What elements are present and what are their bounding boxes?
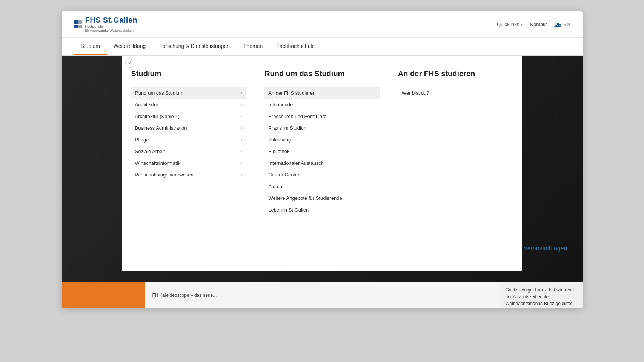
menu-item-wirtschaftsinformatik[interactable]: Wirtschaftsinformatik › xyxy=(131,157,246,169)
logo-sq-3 xyxy=(74,25,78,28)
bottom-mid-block: FH Kaleideoscope – das neue... xyxy=(145,282,500,308)
quicklinks-chevron: ▾ xyxy=(521,22,523,26)
logo-sq-2 xyxy=(78,20,82,24)
menu-item-career-center[interactable]: Career Center › xyxy=(264,169,380,181)
dropdown-col-2: Rund um das Studium An der FHS studieren… xyxy=(255,56,389,271)
menu-item-leben-stgallen[interactable]: Leben in St.Gallen xyxy=(264,204,380,216)
quicklinks-button[interactable]: Quicklinks ▾ xyxy=(497,21,523,27)
top-bar: FHS St.Gallen Hochschule für Angewandte … xyxy=(62,11,583,38)
nav-bar: Studium Weiterbildung Forschung & Dienst… xyxy=(62,38,583,56)
logo-sq-4 xyxy=(78,25,82,28)
menu-item-an-der-fhs[interactable]: An der FHS studieren › xyxy=(264,87,380,99)
menu-item-zulassung[interactable]: Zulassung xyxy=(264,134,380,146)
logo-squares xyxy=(74,20,82,28)
kontakt-link[interactable]: Kontakt xyxy=(530,21,547,27)
menu-item-architektur-kopie[interactable]: Architektur (Kopie 1) › xyxy=(131,110,246,122)
arrow-icon-5: › xyxy=(241,149,243,153)
lang-de-button[interactable]: DE xyxy=(554,21,561,27)
logo-sq-1 xyxy=(74,20,78,24)
nav-item-studium[interactable]: Studium xyxy=(74,38,107,55)
menu-item-bibliothek[interactable]: Bibliothek xyxy=(264,146,380,157)
menu-item-architektur[interactable]: Architektur › xyxy=(131,99,246,110)
arrow-icon-0: › xyxy=(241,90,243,95)
arrow-icon-c2-6: › xyxy=(374,161,376,165)
bottom-mid-text: FH Kaleideoscope – das neue... xyxy=(152,292,217,299)
logo-text: FHS St.Gallen Hochschule für Angewandte … xyxy=(85,16,138,33)
menu-item-wer-bist-du[interactable]: Wer bist du? xyxy=(398,87,513,99)
hero-area: Veranstaltungen × Studium Rund um das St… xyxy=(62,56,583,282)
browser-window: FHS St.Gallen Hochschule für Angewandte … xyxy=(62,11,583,308)
quicklinks-label: Quicklinks xyxy=(497,21,519,27)
nav-item-forschung[interactable]: Forschung & Dienstleistungen xyxy=(152,38,237,55)
nav-item-fachhochschule[interactable]: Fachhochschule xyxy=(269,38,321,55)
menu-item-wirtschaftsingenieurwesen[interactable]: Wirtschaftsingenieurwesen › xyxy=(131,169,246,181)
menu-item-broschueren[interactable]: Broschüren und Formulare xyxy=(264,110,380,122)
nav-item-themen[interactable]: Themen xyxy=(237,38,269,55)
lang-switcher: DE EN xyxy=(554,21,570,27)
menu-item-pflege[interactable]: Pflege › xyxy=(131,134,246,146)
logo-subtitle-1: Hochschule xyxy=(85,25,138,29)
logo-area[interactable]: FHS St.Gallen Hochschule für Angewandte … xyxy=(74,16,138,33)
menu-item-business-admin[interactable]: Business Administration › xyxy=(131,122,246,134)
lang-en-button[interactable]: EN xyxy=(563,21,570,27)
arrow-icon-4: › xyxy=(241,137,243,142)
menu-item-weitere-angebote[interactable]: Weitere Angebote für Studierende › xyxy=(264,192,380,204)
arrow-icon-c2-7: › xyxy=(374,172,376,177)
arrow-icon-c2-9: › xyxy=(374,196,376,200)
col3-title: An der FHS studieren xyxy=(398,69,513,78)
bottom-strip: FH Kaleideoscope – das neue... Guetzlikö… xyxy=(62,282,583,308)
col1-title: Studium xyxy=(131,69,246,78)
close-button[interactable]: × xyxy=(125,59,134,68)
logo-subtitle-2: für Angewandte Wissenschaften xyxy=(85,29,138,33)
top-right: Quicklinks ▾ Kontakt DE EN xyxy=(497,21,570,27)
dropdown-col-3: An der FHS studieren Wer bist du? xyxy=(389,56,522,271)
nav-item-weiterbildung[interactable]: Weiterbildung xyxy=(107,38,152,55)
bottom-right-block: Guetzlikönigin Franzi hat während der Ad… xyxy=(500,282,583,308)
bottom-orange-block xyxy=(62,282,145,308)
arrow-icon-c2-0: › xyxy=(374,90,376,95)
arrow-icon-1: › xyxy=(241,102,243,107)
menu-item-infoabende[interactable]: Infoabende xyxy=(264,99,380,110)
dropdown-container: × Studium Rund um das Studium › Architek… xyxy=(122,56,522,271)
bottom-news-text: Guetzlikönigin Franzi hat während der Ad… xyxy=(506,287,576,308)
arrow-icon-6: › xyxy=(241,161,243,165)
menu-item-praxis[interactable]: Praxis im Studium xyxy=(264,122,380,134)
dropdown-col-1: Studium Rund um das Studium › Architektu… xyxy=(122,56,256,271)
menu-item-intl-austausch[interactable]: Internationaler Austausch › xyxy=(264,157,380,169)
menu-item-soziale-arbeit[interactable]: Soziale Arbeit › xyxy=(131,146,246,157)
arrow-icon-7: › xyxy=(241,172,243,177)
menu-item-rund-um[interactable]: Rund um das Studium › xyxy=(131,87,246,99)
logo-name: FHS St.Gallen xyxy=(85,16,138,25)
arrow-icon-3: › xyxy=(241,126,243,130)
menu-item-alumni[interactable]: Alumni xyxy=(264,181,380,192)
col2-title: Rund um das Studium xyxy=(264,69,380,78)
arrow-icon-2: › xyxy=(241,114,243,118)
